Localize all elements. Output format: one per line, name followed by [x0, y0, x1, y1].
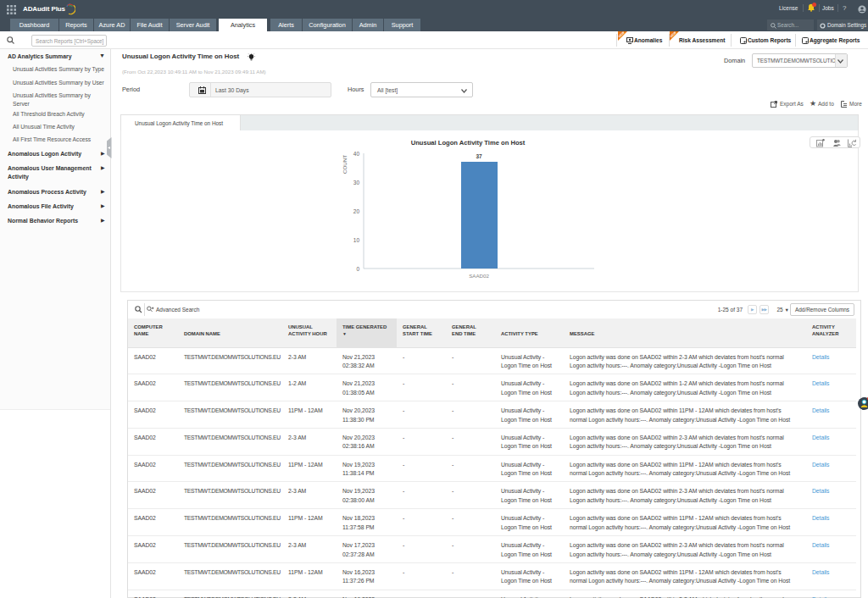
- svg-text:0: 0: [356, 266, 359, 272]
- svg-text:20: 20: [353, 208, 360, 214]
- svg-text:COUNT: COUNT: [342, 155, 348, 174]
- svg-text:37: 37: [476, 153, 482, 159]
- svg-text:10: 10: [353, 237, 360, 243]
- svg-text:40: 40: [353, 151, 360, 157]
- svg-text:SAAD02: SAAD02: [469, 273, 489, 279]
- svg-text:30: 30: [353, 180, 360, 185]
